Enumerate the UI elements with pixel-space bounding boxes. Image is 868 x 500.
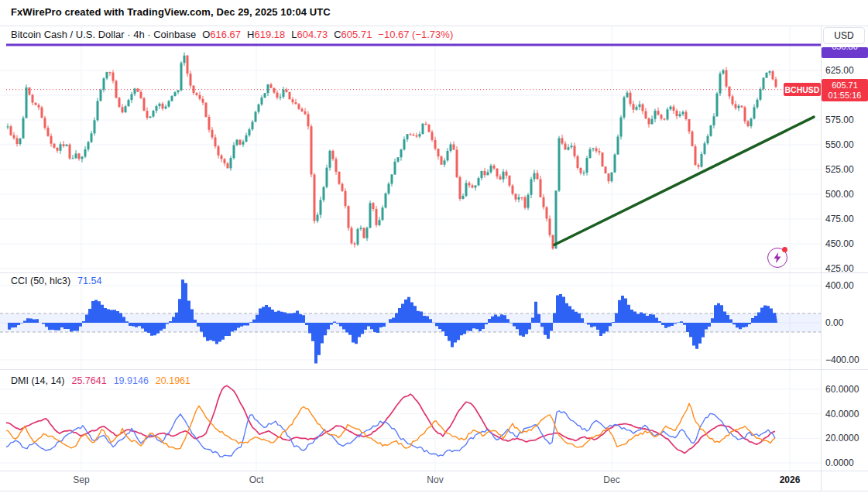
price-flag-symbol: BCHUSD <box>784 83 821 96</box>
ohlc-close: C605.71 <box>334 29 372 40</box>
dmi-adx-value: 25.7641 <box>71 375 106 386</box>
price-tick-label: 425.00 <box>825 263 854 274</box>
time-axis-label: Oct <box>249 474 264 485</box>
dmi-tick-label: 0.0000 <box>825 457 854 468</box>
bottom-separator <box>0 491 868 491</box>
lightning-bolt-glyph <box>773 252 782 263</box>
header-separator <box>0 26 868 26</box>
current-price-value: 605.71 <box>832 80 858 91</box>
lightning-icon[interactable] <box>767 248 787 268</box>
price-tick-label: 625.00 <box>825 65 854 76</box>
panel-separator-dmi[interactable] <box>0 369 868 370</box>
time-axis-label: Sep <box>73 474 89 485</box>
ohlc-low: L604.73 <box>291 29 328 40</box>
chart-canvas[interactable] <box>0 0 868 500</box>
time-axis-label: Dec <box>603 474 619 485</box>
dmi-tick-label: 40.0000 <box>825 409 859 420</box>
cci-value: 71.54 <box>77 276 101 286</box>
time-axis-label: 2026 <box>780 474 801 485</box>
time-axis-separator <box>0 471 868 471</box>
price-tick-label: 550.00 <box>825 139 854 150</box>
dmi-plus-di-value: 19.9146 <box>114 375 149 386</box>
price-tick-label: 575.00 <box>825 115 854 125</box>
price-tick-label: 450.00 <box>825 238 854 249</box>
price-tick-label: 500.00 <box>825 189 854 200</box>
cci-name: CCI (50, hlc3) <box>11 276 70 286</box>
cci-tick-label: 0.00 <box>825 317 843 328</box>
symbol-title: Bitcoin Cash / U.S. Dollar · 4h · Coinba… <box>11 29 196 40</box>
dmi-minus-di-value: 20.1961 <box>156 375 190 386</box>
ohlc-high: H619.18 <box>247 29 285 40</box>
time-axis-label: Nov <box>427 474 443 485</box>
bar-countdown: 01:55:16 <box>829 91 862 101</box>
price-tick-label: 475.00 <box>825 214 854 224</box>
purple-line-price-label: 650.80 <box>822 47 868 58</box>
notification-dot <box>782 247 787 252</box>
ohlc-open: O616.67 <box>202 29 241 40</box>
cci-tick-label: 400.00 <box>825 280 854 291</box>
price-tick-label: 525.00 <box>825 164 854 175</box>
symbol-legend[interactable]: Bitcoin Cash / U.S. Dollar · 4h · Coinba… <box>11 29 453 40</box>
panel-separator-cci[interactable] <box>0 272 868 273</box>
current-price-label: 605.71 01:55:16 <box>822 79 868 101</box>
dmi-legend[interactable]: DMI (14, 14) 25.7641 19.9146 20.1961 <box>11 375 190 386</box>
change-value: −10.67 (−1.73%) <box>378 29 453 40</box>
cci-tick-label: −400.00 <box>825 354 859 365</box>
currency-tab[interactable]: USD <box>823 27 865 44</box>
dmi-tick-label: 60.0000 <box>825 384 859 395</box>
dmi-name: DMI (14, 14) <box>11 375 64 386</box>
cci-legend[interactable]: CCI (50, hlc3) 71.54 <box>11 276 101 286</box>
dmi-tick-label: 20.0000 <box>825 433 859 443</box>
